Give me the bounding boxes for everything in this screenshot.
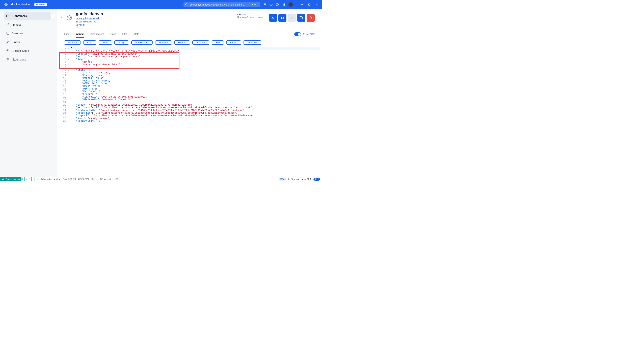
tab-inspect[interactable]: Inspect — [76, 30, 84, 38]
code-row: 27 "Name": "/goofy_darwin", — [59, 117, 320, 120]
svg-point-19 — [284, 4, 285, 5]
exec-button[interactable] — [269, 14, 277, 22]
svg-rect-41 — [282, 17, 284, 19]
tab-exec[interactable]: Exec — [110, 30, 116, 38]
extensions-icon — [6, 58, 10, 61]
window-minimize-icon[interactable] — [301, 3, 303, 6]
gear-icon[interactable] — [276, 3, 279, 6]
code-row: 21 }, — [59, 101, 320, 104]
code-row: 26 "LogPath": "/var/lib/docker/container… — [59, 114, 320, 117]
back-button[interactable] — [60, 16, 63, 18]
chip-volumes[interactable]: Volumes — [192, 40, 210, 45]
copy-icon[interactable] — [94, 20, 96, 23]
code-row: 17 "ExitCode": 0, — [59, 90, 320, 93]
main-pane: goofy_darwin funcapp:latest-msbuild 3d16… — [57, 9, 322, 177]
container-hash: 3d168a896dbb — [76, 20, 92, 23]
tab-bindmounts[interactable]: Bind mounts — [90, 30, 104, 38]
chip-labels[interactable]: Labels — [226, 40, 241, 45]
apps-grid-icon[interactable] — [282, 3, 286, 6]
svg-marker-42 — [291, 16, 293, 19]
svg-point-32 — [8, 50, 8, 51]
restart-button[interactable] — [297, 14, 305, 22]
sidebar: Containers Images Volumes Builds Docker … — [0, 9, 57, 177]
sidebar-item-extensions[interactable]: Extensions — [4, 56, 51, 63]
tab-logs[interactable]: Logs — [64, 30, 70, 38]
chip-runtime[interactable]: Runtime — [155, 40, 172, 45]
search-input[interactable]: Search for images, containers, volumes, … — [184, 2, 260, 7]
business-badge: BUSINESS — [34, 3, 47, 6]
window-maximize-icon[interactable] — [308, 3, 310, 6]
sidebar-item-scout[interactable]: Docker Scout — [4, 47, 51, 55]
raw-json-toggle[interactable] — [294, 32, 301, 36]
sidebar-item-label: Containers — [12, 14, 27, 17]
image-link[interactable]: funcapp:latest-msbuild — [76, 17, 234, 19]
terminal-link[interactable]: Terminal — [288, 178, 299, 180]
terminal-label: Terminal — [291, 178, 299, 180]
highlight-outline — [59, 52, 180, 69]
engine-pause-button[interactable] — [24, 177, 28, 181]
k8s-status[interactable]: Kubernetes running — [37, 178, 60, 180]
chip-platform[interactable]: Platform — [64, 40, 81, 45]
engine-status[interactable]: Engine running — [0, 177, 22, 181]
container-cube-icon — [66, 15, 72, 21]
svg-point-52 — [33, 179, 33, 179]
code-row: 23 "ResolvConfPath": "/var/lib/docker/co… — [59, 106, 320, 109]
engine-power-button[interactable] — [28, 177, 32, 181]
raw-json-label: Raw JSON — [303, 33, 314, 35]
start-button — [288, 14, 296, 22]
chip-mounts[interactable]: Mounts — [174, 40, 190, 45]
code-row: 22 "Image": "sha256:373338161aee9afac0a3… — [59, 104, 320, 106]
chip-cmd[interactable]: Cmd — [83, 40, 96, 45]
tab-files[interactable]: Files — [122, 30, 128, 38]
engine-more-button[interactable] — [31, 177, 35, 181]
delete-button[interactable] — [306, 14, 314, 22]
product-name: docker desktop — [11, 3, 31, 6]
svg-line-11 — [270, 5, 270, 6]
k8s-text: Kubernetes running — [40, 178, 60, 180]
notifications-badge[interactable]: 2 — [314, 178, 320, 181]
search-icon — [185, 3, 188, 6]
svg-point-13 — [277, 4, 278, 5]
code-row: 24 "HostnamePath": "/var/lib/docker/cont… — [59, 109, 320, 112]
sidebar-item-images[interactable]: Images — [4, 21, 51, 28]
sidebar-item-label: Images — [12, 23, 22, 26]
window-close-icon[interactable] — [316, 3, 318, 6]
learning-icon[interactable] — [263, 3, 266, 6]
chip-image[interactable]: Image — [114, 40, 129, 45]
sidebar-item-containers[interactable]: Containers — [4, 12, 51, 20]
svg-point-17 — [282, 4, 283, 5]
terminal-icon — [288, 178, 290, 180]
chip-env[interactable]: Env — [212, 40, 224, 45]
avatar-initial: J — [290, 3, 291, 6]
tab-stats[interactable]: Stats — [133, 30, 139, 38]
logo-area: docker desktop BUSINESS — [4, 3, 47, 6]
sidebar-collapse-button[interactable] — [50, 13, 55, 18]
docker-whale-icon — [4, 3, 9, 6]
svg-point-30 — [7, 32, 9, 33]
chip-state[interactable]: State — [98, 40, 112, 45]
sidebar-item-label: Builds — [12, 40, 20, 44]
code-row: 20 "FinishedAt": "0001-01-01T00:00:00Z" — [59, 98, 320, 101]
svg-rect-0 — [4, 4, 5, 4]
code-row: 11 "Running": true, — [59, 74, 320, 77]
sidebar-item-volumes[interactable]: Volumes — [4, 29, 51, 37]
json-viewer[interactable]: 1v{2 "Id": "3d168a896dbb2bce3264698ee216… — [59, 47, 320, 177]
engine-play-button[interactable] — [21, 177, 25, 181]
svg-point-51 — [33, 178, 33, 179]
bug-icon[interactable] — [269, 3, 273, 6]
avatar[interactable]: J — [288, 2, 293, 7]
version[interactable]: v4.33.1 — [302, 178, 311, 180]
svg-point-14 — [282, 3, 283, 4]
stop-button[interactable] — [278, 14, 286, 22]
builds-icon — [6, 40, 10, 44]
chip-networks[interactable]: Networks — [244, 40, 261, 45]
sidebar-item-builds[interactable]: Builds — [4, 38, 51, 46]
scout-icon — [6, 49, 10, 53]
svg-rect-3 — [5, 3, 6, 4]
svg-point-29 — [7, 24, 8, 25]
svg-rect-43 — [2, 179, 2, 179]
port-link[interactable]: 7071:80 — [76, 24, 234, 28]
svg-rect-38 — [94, 21, 96, 22]
container-icon — [6, 14, 10, 18]
chip-portbindings[interactable]: PortBindings — [131, 40, 152, 45]
